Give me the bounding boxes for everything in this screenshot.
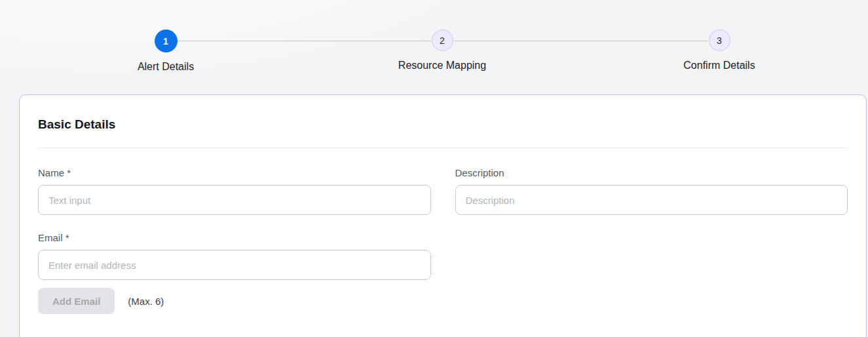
form-left-column: Name * Email * Add Email (Max. 6) [38,167,431,314]
step-2-number: 2 [440,36,445,45]
add-email-row: Add Email (Max. 6) [38,288,431,314]
step-2-circle: 2 [432,30,453,51]
card-title: Basic Details [38,117,848,132]
step-confirm-details[interactable]: 3 Confirm Details [647,30,791,71]
step-3-number: 3 [717,36,722,45]
email-label: Email * [38,232,431,244]
email-field: Email * [38,232,431,280]
card-title-divider [38,148,848,148]
step-alert-details[interactable]: 1 Alert Details [94,30,238,73]
email-input[interactable] [38,250,431,280]
step-2-label: Resource Mapping [398,60,486,71]
step-1-circle: 1 [155,30,178,52]
description-input[interactable] [455,185,848,215]
step-1-label: Alert Details [138,61,194,73]
basic-details-card: Basic Details Name * Email * Add Email (… [19,94,867,337]
name-input[interactable] [38,185,431,215]
add-email-button[interactable]: Add Email [38,288,115,314]
step-3-label: Confirm Details [683,60,755,71]
description-field: Description [455,167,848,215]
name-field: Name * [38,167,431,215]
max-emails-note: (Max. 6) [128,296,164,307]
step-1-number: 1 [163,37,168,46]
wizard-stepper: 1 Alert Details 2 Resource Mapping 3 Con… [0,0,868,82]
page-background: 1 Alert Details 2 Resource Mapping 3 Con… [0,0,868,337]
name-label: Name * [38,167,431,179]
description-label: Description [455,167,848,179]
basic-details-form: Name * Email * Add Email (Max. 6) Descri… [38,167,848,314]
step-3-circle: 3 [709,30,730,51]
form-right-column: Description [455,167,848,215]
step-resource-mapping[interactable]: 2 Resource Mapping [370,30,514,71]
